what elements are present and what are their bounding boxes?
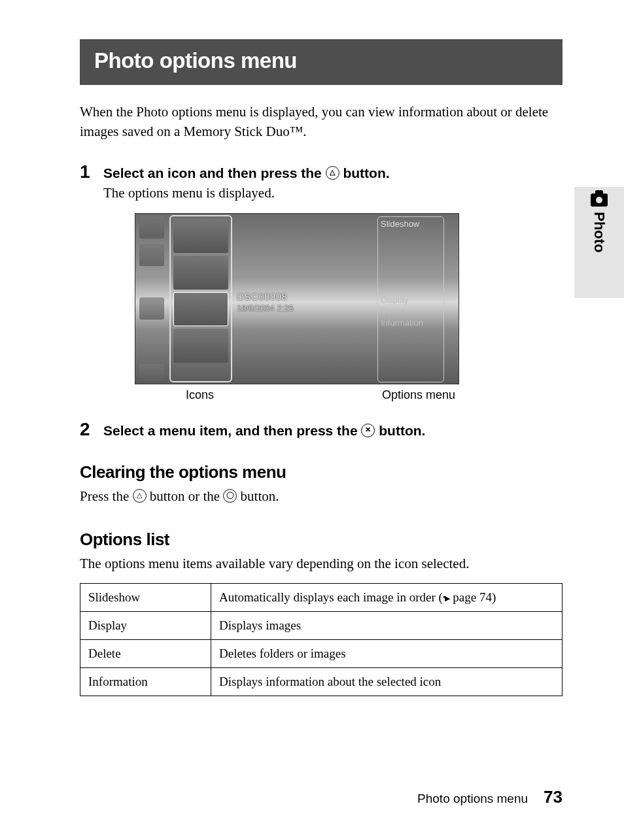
- option-slideshow: Slideshow: [381, 219, 419, 229]
- table-row: Information Displays information about t…: [80, 667, 563, 696]
- clearing-text: Press the button or the button.: [80, 486, 563, 506]
- side-tab: Photo: [574, 187, 624, 298]
- page-title: Photo options menu: [80, 39, 563, 85]
- step-2: 2 Select a menu item, and then press the…: [80, 420, 563, 439]
- footer-title: Photo options menu: [417, 792, 528, 806]
- diagram-label-options: Options menu: [382, 388, 455, 402]
- clearing-text-pre: Press the: [80, 488, 133, 504]
- step-number: 1: [80, 163, 93, 407]
- background-icon-column: [139, 216, 164, 384]
- camera-icon: [591, 193, 608, 207]
- step-2-heading: Select a menu item, and then press the b…: [103, 423, 563, 439]
- diagram-label-icons: Icons: [186, 388, 214, 402]
- option-desc: Displays information about the selected …: [211, 667, 563, 696]
- clearing-heading: Clearing the options menu: [80, 462, 563, 482]
- footer-page-number: 73: [544, 787, 563, 807]
- step-1-heading-pre: Select an icon and then press the: [103, 165, 326, 180]
- step-number: 2: [80, 420, 93, 439]
- table-row: Delete Deletes folders or images: [80, 639, 563, 667]
- step-1-heading: Select an icon and then press the button…: [103, 165, 563, 181]
- options-menu-box: Slideshow Display Delete Information: [377, 216, 444, 382]
- option-delete: Delete: [381, 305, 423, 317]
- intro-text: When the Photo options menu is displayed…: [80, 102, 563, 142]
- step-2-heading-pre: Select a menu item, and then press the: [103, 423, 361, 438]
- table-row: Slideshow Automatically displays each im…: [80, 583, 563, 611]
- page-footer: Photo options menu 73: [80, 787, 563, 807]
- option-name: Display: [80, 611, 211, 639]
- step-1-sub: The options menu is displayed.: [103, 185, 563, 201]
- option-name: Delete: [80, 639, 211, 667]
- options-list-text: The options menu items available vary de…: [80, 554, 563, 573]
- option-desc: Deletes folders or images: [211, 639, 563, 667]
- triangle-button-icon: [326, 166, 339, 180]
- side-tab-label: Photo: [591, 212, 608, 252]
- option-display: Display: [381, 294, 423, 306]
- options-list-heading: Options list: [80, 529, 563, 550]
- step-1: 1 Select an icon and then press the butt…: [80, 163, 563, 407]
- circle-button-icon: [223, 489, 237, 503]
- table-row: Display Displays images: [80, 611, 563, 639]
- options-table: Slideshow Automatically displays each im…: [80, 583, 563, 696]
- option-list: Display Delete Information: [381, 294, 423, 329]
- option-desc: Displays images: [211, 611, 563, 639]
- option-name: Information: [80, 667, 211, 696]
- option-name: Slideshow: [80, 583, 211, 611]
- diagram: DSC00008 18/9/2004 2:25 Slideshow Displa…: [135, 213, 459, 402]
- triangle-button-icon: [133, 489, 147, 503]
- option-desc: Automatically displays each image in ord…: [211, 583, 563, 611]
- file-date: 18/9/2004 2:25: [237, 303, 294, 313]
- step-1-heading-post: button.: [339, 165, 390, 180]
- icons-column: [169, 215, 232, 382]
- clearing-text-post: button.: [237, 488, 279, 504]
- option-information: Information: [381, 317, 423, 329]
- x-button-icon: [361, 424, 375, 437]
- clearing-text-mid: button or the: [147, 488, 224, 504]
- page-ref-icon: [443, 593, 450, 603]
- step-2-heading-post: button.: [375, 423, 425, 438]
- file-name: DSC00008: [237, 291, 294, 302]
- file-metadata: DSC00008 18/9/2004 2:25: [237, 291, 294, 313]
